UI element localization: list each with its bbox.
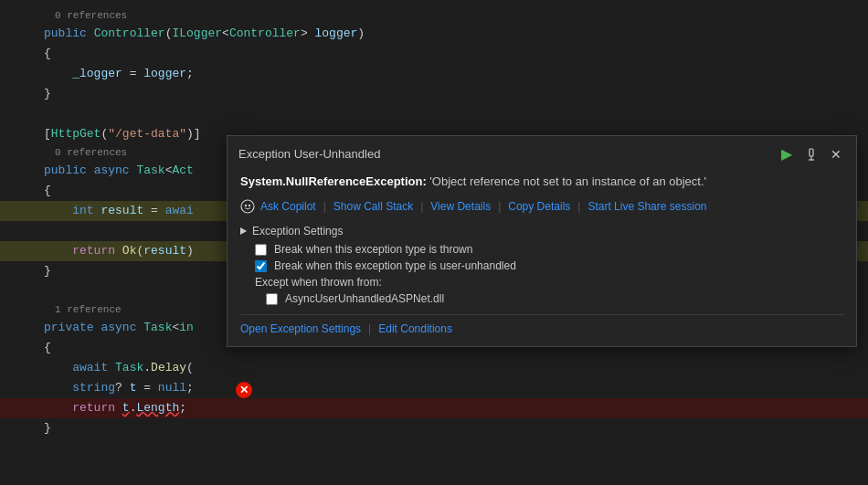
code-line-return-error: return t.Length; [0,398,868,418]
code-line-brace6: } [0,418,868,438]
check1-row: Break when this exception type is thrown [255,243,843,256]
settings-header[interactable]: Exception Settings [240,225,843,237]
svg-point-5 [249,205,250,206]
check1-label: Break when this exception type is thrown [274,243,472,256]
exception-message: System.NullReferenceException: 'Object r… [240,174,843,190]
code-line-string-null: string? t = null; [0,378,868,398]
copilot-icon [240,199,255,214]
start-live-share-link[interactable]: Start Live Share session [587,199,706,214]
popup-body: System.NullReferenceException: 'Object r… [228,170,856,346]
sub-check-input[interactable] [266,293,278,305]
triangle-icon [240,227,247,235]
copy-details-link[interactable]: Copy Details [508,199,570,214]
check2-row: Break when this exception type is user-u… [255,259,843,272]
code-line-brace2: } [0,84,868,104]
code-line-logger: _logger = logger; [0,64,868,84]
code-line-delay: await Task.Delay( [0,358,868,378]
view-details-link[interactable]: View Details [430,199,491,214]
pin-button[interactable] [801,146,821,163]
settings-header-label: Exception Settings [252,225,343,237]
code-line-brace1: { [0,44,868,64]
sub-check-label: AsyncUserUnhandledASPNet.dll [285,292,444,305]
open-exception-settings-link[interactable]: Open Exception Settings [240,322,361,335]
ask-copilot-link[interactable]: Ask Copilot [260,199,316,214]
continue-button[interactable]: ▶ [778,143,796,164]
sub-check-row: AsyncUserUnhandledASPNet.dll [266,292,843,305]
exception-type: System.NullReferenceException: [240,174,427,188]
popup-controls: ▶ ✕ [778,143,845,164]
svg-point-3 [241,200,254,213]
svg-point-4 [245,205,247,206]
check2-label: Break when this exception type is user-u… [274,259,516,272]
check2-input[interactable] [255,260,267,272]
svg-rect-0 [810,149,813,156]
edit-conditions-link[interactable]: Edit Conditions [378,322,452,335]
action-links: Ask Copilot | Show Call Stack | View Det… [240,199,843,214]
code-line-constructor: public Controller(ILogger<Controller> lo… [0,24,868,44]
ref-line-1: 0 references [0,7,868,24]
close-popup-button[interactable]: ✕ [827,145,845,163]
exception-popup: Exception User-Unhandled ▶ ✕ System.Null… [227,135,857,347]
bottom-links: Open Exception Settings | Edit Condition… [240,314,843,335]
except-when-label: Except when thrown from: [255,276,843,289]
error-badge: ✕ [236,382,252,398]
show-call-stack-link[interactable]: Show Call Stack [333,199,413,214]
exception-text: 'Object reference not set to an instance… [427,174,706,188]
code-line-blank1 [0,104,868,124]
check1-input[interactable] [255,244,267,256]
popup-title: Exception User-Unhandled [238,147,380,161]
exception-settings: Exception Settings Break when this excep… [240,225,843,335]
popup-titlebar: Exception User-Unhandled ▶ ✕ [228,136,856,170]
